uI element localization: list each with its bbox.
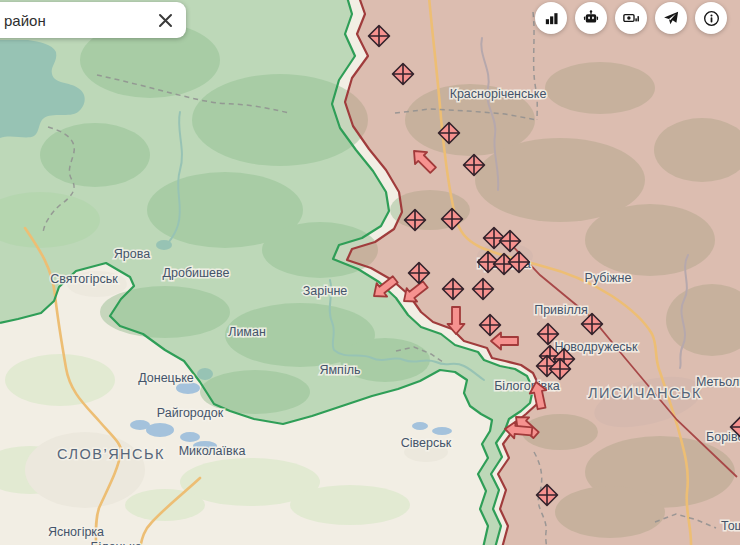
map-label: Лиман bbox=[228, 325, 266, 339]
map-label: Красноріченське bbox=[450, 87, 547, 101]
telegram-icon bbox=[662, 9, 680, 27]
map-label: Дробишеве bbox=[163, 266, 230, 280]
map-toolbar bbox=[535, 2, 727, 34]
map-label: Біленьке bbox=[90, 540, 141, 545]
app-screen: КрасноріченськеКреміннаРубіжнеПривілляНо… bbox=[0, 0, 740, 545]
bot-button[interactable] bbox=[575, 2, 607, 34]
donate-icon bbox=[622, 9, 640, 27]
stats-icon bbox=[543, 10, 560, 27]
map-label: Білогорівка bbox=[494, 379, 560, 393]
map-label: Донецьке bbox=[138, 371, 194, 385]
map-label: СЛОВ’ЯНСЬК bbox=[57, 446, 165, 462]
map-label: Миколаївка bbox=[179, 444, 246, 458]
close-icon bbox=[158, 13, 173, 28]
map-label: ЛИСИЧАНСЬК bbox=[588, 385, 702, 401]
map-label: Метьолкіне bbox=[696, 375, 740, 389]
map-label: Зарічне bbox=[303, 284, 348, 298]
bot-icon bbox=[582, 9, 600, 27]
map-label: Привілля bbox=[534, 303, 588, 317]
map-label: Святогірськ bbox=[50, 272, 118, 286]
stats-button[interactable] bbox=[535, 2, 567, 34]
map-label: Сіверськ bbox=[401, 436, 452, 450]
search-box[interactable]: район bbox=[0, 2, 186, 38]
map-label: Райгородок bbox=[157, 406, 224, 420]
info-button[interactable] bbox=[695, 2, 727, 34]
map-label: Ясногірка bbox=[48, 525, 104, 539]
info-icon bbox=[702, 9, 721, 28]
donate-button[interactable] bbox=[615, 2, 647, 34]
telegram-button[interactable] bbox=[655, 2, 687, 34]
map-label: Ямпіль bbox=[320, 363, 361, 377]
map-label: Тошківка bbox=[721, 519, 740, 533]
search-input[interactable]: район bbox=[4, 12, 150, 29]
map-canvas[interactable]: КрасноріченськеКреміннаРубіжнеПривілляНо… bbox=[0, 0, 740, 545]
map-label: Ярова bbox=[114, 247, 150, 261]
map-label: Рубіжне bbox=[585, 271, 632, 285]
clear-search-button[interactable] bbox=[150, 5, 180, 35]
